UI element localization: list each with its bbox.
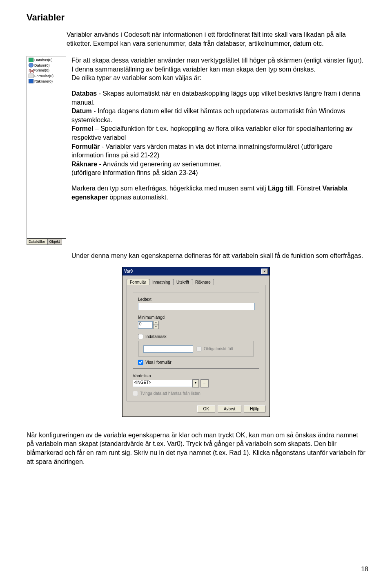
checkbox-icon bbox=[133, 391, 138, 396]
browse-button[interactable]: … bbox=[200, 379, 209, 387]
checkbox-icon[interactable] bbox=[138, 360, 143, 365]
tree-item-raknare[interactable]: Räknare(0) bbox=[29, 79, 53, 83]
formula-icon: f(x) bbox=[29, 69, 33, 72]
under-menu-paragraph: Under denna meny kan egenskaperna define… bbox=[71, 251, 365, 260]
tab-inmatning[interactable]: Inmatning bbox=[149, 279, 174, 285]
mark-instruction: Markera den typ som efterfrågas, högerkl… bbox=[71, 184, 365, 202]
close-icon[interactable]: × bbox=[261, 269, 268, 274]
cancel-button[interactable]: Avbryt bbox=[218, 405, 241, 412]
def-label: Formulär bbox=[71, 143, 100, 150]
dialog-tabs: Formulär Inmatning Utskrift Räknare bbox=[127, 279, 265, 285]
paragraph-tool-intro: För att skapa dessa variabler använder m… bbox=[71, 56, 365, 83]
ok-button[interactable]: OK bbox=[197, 405, 215, 412]
tree-item-datum[interactable]: Datum(0) bbox=[29, 63, 50, 67]
tree-item-databas[interactable]: Databas(0) bbox=[29, 58, 53, 62]
vardelista-combo[interactable]: <INGET> bbox=[133, 380, 192, 387]
footer-paragraph: När konfigureringen av de variabla egens… bbox=[27, 431, 365, 466]
tab-objekt[interactable]: Objekt bbox=[47, 239, 62, 245]
tree-item-label: Datum(0) bbox=[34, 63, 50, 67]
spin-down-icon[interactable]: ▼ bbox=[153, 325, 159, 329]
obligatory-checkbox: Obligatoriskt fält bbox=[196, 346, 233, 352]
tree-item-label: Databas(0) bbox=[34, 58, 53, 62]
tree-item-label: Formel(0) bbox=[33, 68, 49, 72]
checkbox-icon bbox=[196, 346, 202, 352]
date-icon bbox=[29, 63, 33, 67]
tab-formular[interactable]: Formulär bbox=[127, 279, 149, 285]
def-label: Räknare bbox=[71, 161, 97, 168]
tree-item-formel[interactable]: f(x) Formel(0) bbox=[29, 68, 49, 72]
database-icon bbox=[29, 58, 33, 62]
variables-tree-panel: Databas(0) Datum(0) f(x) Formel(0) Formu… bbox=[27, 56, 67, 245]
help-button[interactable]: Hjälp bbox=[244, 405, 265, 412]
def-label: Datum bbox=[71, 107, 92, 114]
checkbox-icon[interactable] bbox=[138, 334, 143, 339]
tree-item-formular[interactable]: Formulär(0) bbox=[29, 74, 53, 78]
page-heading: Variabler bbox=[27, 12, 365, 23]
tab-utskrift[interactable]: Utskrift bbox=[173, 279, 192, 285]
counter-icon bbox=[29, 79, 33, 83]
minlen-input[interactable]: 0 bbox=[138, 321, 153, 329]
spin-up-icon[interactable]: ▲ bbox=[153, 321, 159, 325]
indatamask-label: Indatamask bbox=[145, 334, 167, 339]
vardelista-label: Värdelista bbox=[133, 374, 259, 378]
def-label: Formel bbox=[71, 125, 93, 132]
dialog-title: Var0 bbox=[124, 269, 133, 273]
tab-panel-formular: Ledtext Minimumlängd 0 ▲ ▼ bbox=[127, 285, 265, 401]
chevron-down-icon[interactable]: ▼ bbox=[192, 379, 199, 387]
tab-datakallor[interactable]: Datakällor bbox=[27, 239, 47, 245]
def-databas: Databas - Skapas automatiskt när en data… bbox=[71, 89, 365, 177]
tree-tabs: Datakällor Objekt bbox=[27, 239, 66, 245]
tvinga-checkbox: Tvinga data att hämtas från listan bbox=[133, 391, 259, 396]
variables-tree[interactable]: Databas(0) Datum(0) f(x) Formel(0) Formu… bbox=[27, 56, 66, 239]
indatamask-checkbox[interactable]: Indatamask bbox=[138, 334, 254, 339]
tree-item-label: Räknare(0) bbox=[34, 79, 53, 83]
obligatory-label: Obligatoriskt fält bbox=[204, 347, 233, 351]
intro-paragraph: Variabler används i Codesoft när informa… bbox=[67, 30, 365, 48]
variable-properties-dialog: Var0 × Formulär Inmatning Utskrift Räkna… bbox=[122, 267, 270, 417]
visa-checkbox[interactable]: Visa i formulär bbox=[138, 360, 254, 365]
form-icon bbox=[29, 74, 33, 78]
tab-raknare[interactable]: Räknare bbox=[192, 279, 214, 285]
ledtext-input[interactable] bbox=[138, 303, 255, 310]
ledtext-label: Ledtext bbox=[138, 297, 254, 302]
visa-label: Visa i formulär bbox=[145, 360, 172, 365]
minlen-label: Minimumlängd bbox=[138, 315, 254, 320]
page-number: 18 bbox=[361, 566, 368, 571]
tvinga-label: Tvinga data att hämtas från listan bbox=[140, 391, 200, 396]
indatamask-input[interactable] bbox=[143, 345, 193, 353]
tree-item-label: Formulär(0) bbox=[34, 74, 53, 78]
def-label: Databas bbox=[71, 90, 97, 97]
dialog-titlebar[interactable]: Var0 × bbox=[122, 267, 270, 275]
